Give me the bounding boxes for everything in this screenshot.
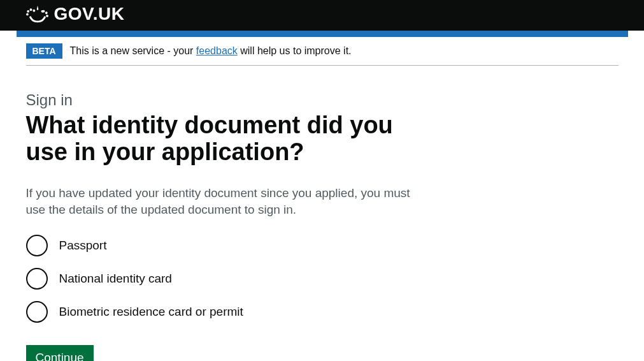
radio-option-national-id[interactable]: National identity card [26,268,619,290]
phase-tag: BETA [26,43,62,59]
header-border-bar [17,31,628,37]
feedback-link[interactable]: feedback [196,45,238,56]
page-caption: Sign in [26,91,619,109]
radio-circle-icon [26,268,48,290]
site-header: GOV.UK [0,0,644,31]
phase-banner: BETA This is a new service - your feedba… [26,37,619,66]
radio-circle-icon [26,301,48,323]
radio-label: Biometric residence card or permit [59,305,243,319]
page-heading: What identity document did you use in yo… [26,112,434,166]
radio-option-brc[interactable]: Biometric residence card or permit [26,301,619,323]
govuk-logotype[interactable]: GOV.UK [54,4,125,24]
crown-icon [26,5,49,23]
phase-banner-text: This is a new service - your feedback wi… [70,45,352,57]
radio-label: National identity card [59,272,172,286]
phase-text-after: will help us to improve it. [238,45,352,56]
radio-option-passport[interactable]: Passport [26,235,619,256]
continue-button[interactable]: Continue [26,345,94,361]
radio-group: Passport National identity card Biometri… [26,235,619,323]
radio-circle-icon [26,235,48,256]
hint-text: If you have updated your identity docume… [26,185,421,219]
phase-text-before: This is a new service - your [70,45,196,56]
radio-label: Passport [59,239,107,253]
